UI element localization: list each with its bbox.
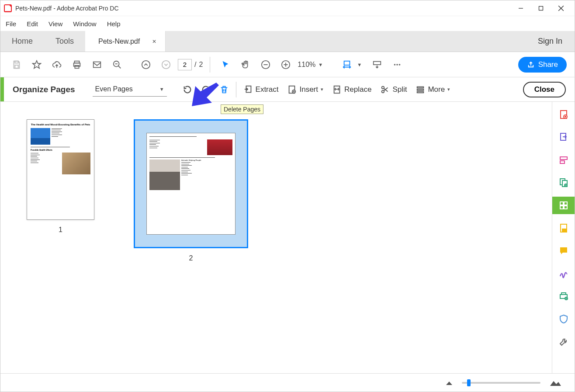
print-production-icon[interactable]: [558, 291, 569, 302]
svg-rect-55: [564, 206, 567, 209]
extract-button[interactable]: Extract: [239, 82, 283, 97]
edit-pdf-icon[interactable]: [558, 154, 569, 166]
organize-pages-icon[interactable]: [552, 197, 575, 214]
page-indicator: / 2: [178, 59, 203, 70]
thumbnail-size-slider[interactable]: [462, 382, 540, 384]
main-toolbar: / 2 110% ▼ ▼ Share: [0, 52, 575, 77]
chevron-down-icon[interactable]: ▼: [357, 62, 362, 67]
separator: [236, 82, 236, 97]
email-icon[interactable]: [89, 56, 105, 73]
svg-rect-45: [560, 157, 567, 160]
minimize-button[interactable]: [511, 2, 531, 15]
menu-edit[interactable]: Edit: [27, 20, 38, 28]
title-bar: Pets-New.pdf - Adobe Acrobat Pro DC: [0, 0, 575, 16]
separator: [210, 57, 210, 73]
status-bar: [0, 373, 575, 392]
svg-rect-38: [417, 89, 424, 90]
zoom-out-thumb-icon[interactable]: [445, 380, 453, 386]
find-icon[interactable]: [109, 56, 125, 73]
organize-title: Organize Pages: [13, 85, 75, 94]
page-total: 2: [199, 61, 203, 69]
comment-page-icon[interactable]: [558, 222, 569, 234]
save-icon[interactable]: [8, 56, 25, 73]
svg-rect-53: [564, 202, 567, 205]
svg-point-16: [162, 60, 170, 68]
organize-pages-bar: Organize Pages Even Pages ▼ Extract Inse…: [0, 77, 575, 102]
menu-bar: File Edit View Window Help: [0, 16, 575, 31]
zoom-in-thumb-icon[interactable]: [549, 379, 561, 387]
svg-point-26: [399, 64, 401, 66]
page-range-dropdown[interactable]: Even Pages ▼: [93, 83, 167, 97]
tab-tools[interactable]: Tools: [44, 31, 85, 52]
zoom-out-icon[interactable]: [257, 56, 274, 73]
svg-rect-23: [374, 61, 381, 64]
replace-button[interactable]: Replace: [328, 82, 376, 97]
star-icon[interactable]: [28, 56, 45, 73]
export-pdf-icon[interactable]: [558, 132, 569, 143]
cloud-upload-icon[interactable]: [48, 56, 65, 73]
svg-rect-22: [344, 61, 350, 65]
svg-rect-7: [15, 65, 18, 68]
hand-tool-icon[interactable]: [237, 56, 254, 73]
combine-files-icon[interactable]: [558, 177, 569, 188]
svg-rect-11: [94, 62, 101, 67]
close-window-button[interactable]: [551, 2, 571, 15]
svg-rect-39: [417, 91, 424, 93]
maximize-button[interactable]: [531, 2, 551, 15]
svg-rect-59: [561, 293, 566, 295]
create-pdf-icon[interactable]: [558, 109, 569, 120]
page-thumbnail-2-selected[interactable]: ▬▬▬▬▬▬▬▬▬▬▬▬▬▬▬▬▬▬▬▬▬▬▬▬▬▬▬▬▬▬▬▬▬▬▬▬ ▬▬▬…: [134, 119, 248, 248]
thumb-col-1: The Health and Mood-Boosting Benefits of…: [27, 119, 94, 234]
insert-button[interactable]: Insert ▾: [283, 82, 328, 97]
svg-rect-6: [15, 61, 18, 63]
more-button[interactable]: More ▾: [411, 82, 454, 97]
svg-point-24: [394, 64, 396, 66]
zoom-in-icon[interactable]: [277, 56, 294, 73]
svg-rect-37: [417, 87, 424, 88]
svg-rect-57: [562, 229, 566, 232]
svg-rect-52: [560, 202, 563, 205]
menu-window[interactable]: Window: [73, 20, 96, 28]
svg-rect-46: [560, 161, 565, 163]
chevron-down-icon: ▼: [318, 62, 323, 67]
accent-stripe: [0, 77, 4, 101]
page-thumbnail-1[interactable]: The Health and Mood-Boosting Benefits of…: [27, 119, 94, 220]
chevron-down-icon: ▾: [447, 87, 450, 92]
svg-line-13: [118, 66, 121, 68]
page-up-icon[interactable]: [138, 56, 154, 73]
protect-icon[interactable]: [558, 313, 569, 325]
tab-bar: Home Tools Pets-New.pdf ✕ Sign In: [0, 31, 575, 52]
annotation-arrow: [189, 82, 220, 108]
split-button[interactable]: Split: [376, 82, 411, 97]
zoom-level[interactable]: 110% ▼: [298, 61, 323, 69]
chevron-down-icon: ▾: [321, 87, 323, 92]
workspace: The Health and Mood-Boosting Benefits of…: [0, 102, 575, 373]
comment-icon[interactable]: [558, 245, 569, 257]
share-button[interactable]: Share: [518, 57, 567, 73]
close-panel-button[interactable]: Close: [523, 82, 566, 97]
page-label-1: 1: [59, 226, 62, 234]
page-sep: /: [194, 61, 196, 69]
menu-help[interactable]: Help: [107, 20, 121, 28]
right-tools-panel: [552, 102, 575, 373]
menu-file[interactable]: File: [6, 20, 16, 28]
fit-width-icon[interactable]: [339, 56, 355, 73]
more-tools-icon[interactable]: [389, 56, 405, 73]
svg-rect-1: [539, 6, 543, 10]
page-current-input[interactable]: [178, 59, 192, 70]
read-mode-icon[interactable]: [369, 56, 385, 73]
delete-pages-tooltip: Delete Pages: [221, 104, 263, 114]
window-title: Pets-New.pdf - Adobe Acrobat Pro DC: [15, 5, 119, 12]
close-tab-icon[interactable]: ✕: [152, 38, 156, 45]
sign-in-link[interactable]: Sign In: [538, 37, 562, 46]
tab-document-label: Pets-New.pdf: [98, 38, 140, 45]
more-tools-wrench-icon[interactable]: [558, 336, 569, 347]
menu-view[interactable]: View: [48, 20, 62, 28]
print-icon[interactable]: [69, 56, 85, 73]
tab-document[interactable]: Pets-New.pdf ✕: [85, 31, 166, 52]
tab-home[interactable]: Home: [0, 31, 44, 52]
sign-icon[interactable]: [558, 268, 569, 279]
selection-tool-icon[interactable]: [217, 56, 234, 73]
page-down-icon[interactable]: [158, 56, 174, 73]
chevron-down-icon: ▼: [159, 87, 164, 92]
